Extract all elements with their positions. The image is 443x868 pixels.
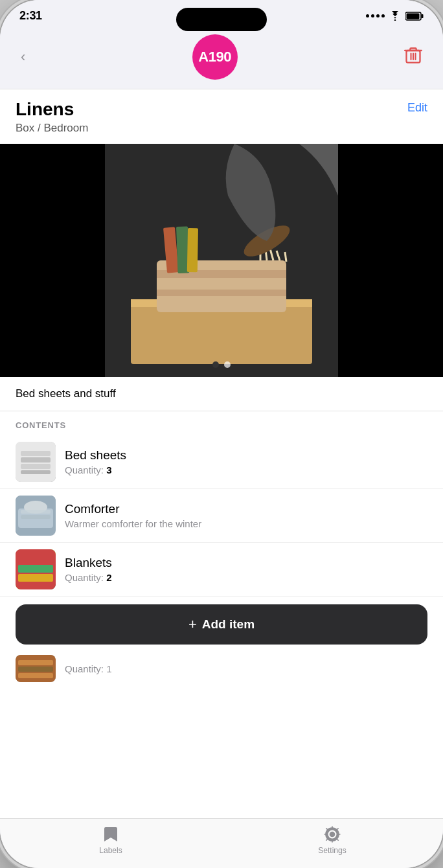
svg-rect-37 (18, 574, 53, 582)
item-detail: Quantity: 3 (65, 464, 427, 475)
description-text: Bed sheets and stuff (16, 387, 116, 400)
gear-icon (323, 825, 341, 843)
status-bar: 2:31 (0, 0, 443, 28)
tab-labels-label: Labels (99, 846, 122, 855)
item-detail: Warmer comforter for the winter (65, 518, 427, 529)
tab-settings[interactable]: Settings (306, 825, 358, 855)
svg-rect-42 (18, 673, 53, 678)
svg-rect-27 (21, 464, 51, 469)
description-section: Bed sheets and stuff (0, 377, 443, 411)
box-location: Box / Bedroom (16, 122, 88, 135)
svg-point-0 (394, 19, 396, 21)
box-title: Linens (16, 98, 88, 120)
nav-bar: ‹ A190 (0, 28, 443, 89)
tab-settings-label: Settings (318, 846, 346, 855)
item-name: Bed sheets (65, 448, 427, 464)
svg-rect-40 (18, 660, 53, 665)
edit-button[interactable]: Edit (407, 98, 427, 115)
gallery-image[interactable] (105, 144, 338, 377)
back-button[interactable]: ‹ (16, 46, 30, 68)
add-plus-icon: + (188, 616, 197, 633)
svg-line-19 (285, 252, 286, 262)
tab-bar: Labels Settings (0, 818, 443, 868)
status-icons (366, 11, 424, 21)
svg-rect-14 (157, 290, 286, 296)
item-detail: Quantity: 2 (65, 572, 427, 583)
item-row[interactable]: Blankets Quantity: 2 (0, 543, 443, 597)
page-dots (212, 361, 231, 368)
delete-button[interactable] (399, 43, 427, 71)
svg-rect-13 (157, 280, 286, 288)
wifi-icon (389, 11, 402, 21)
battery-icon (405, 12, 424, 21)
svg-rect-22 (187, 228, 198, 272)
item-thumbnail-bedsheets (16, 442, 56, 482)
svg-rect-35 (18, 556, 53, 564)
bookmark-icon (102, 825, 120, 843)
status-time: 2:31 (19, 9, 42, 23)
title-section: Linens Box / Bedroom Edit (0, 89, 443, 144)
page-dot-2 (224, 361, 231, 368)
add-item-label: Add item (202, 617, 255, 632)
item-row[interactable]: Bed sheets Quantity: 3 (0, 435, 443, 489)
svg-rect-2 (422, 14, 424, 18)
item-name: Comforter (65, 501, 427, 518)
image-gallery (0, 144, 443, 377)
box-badge: A190 (192, 34, 238, 80)
svg-rect-41 (18, 667, 53, 672)
svg-rect-32 (21, 510, 51, 514)
svg-rect-33 (21, 515, 51, 519)
svg-rect-26 (21, 457, 51, 463)
item-thumbnail-blankets (16, 549, 56, 589)
svg-rect-3 (407, 13, 420, 19)
svg-rect-25 (21, 451, 51, 456)
signal-icon (366, 14, 385, 17)
page-dot-1 (212, 361, 219, 368)
svg-rect-28 (21, 470, 51, 474)
svg-point-43 (330, 832, 334, 836)
svg-rect-36 (18, 565, 53, 573)
contents-header: CONTENTS (0, 411, 443, 435)
item-name: Blankets (65, 555, 427, 571)
item-thumbnail-comforter (16, 496, 56, 536)
dynamic-island (176, 8, 267, 31)
partial-item-detail: Quantity: 1 (65, 663, 112, 674)
item-row-partial: Quantity: 1 (0, 652, 443, 685)
contents-section: CONTENTS Bed sheets Quantity: 3 (0, 411, 443, 818)
item-row[interactable]: Comforter Warmer comforter for the winte… (0, 489, 443, 543)
add-item-button[interactable]: + Add item (16, 604, 427, 645)
tab-labels[interactable]: Labels (85, 825, 137, 855)
